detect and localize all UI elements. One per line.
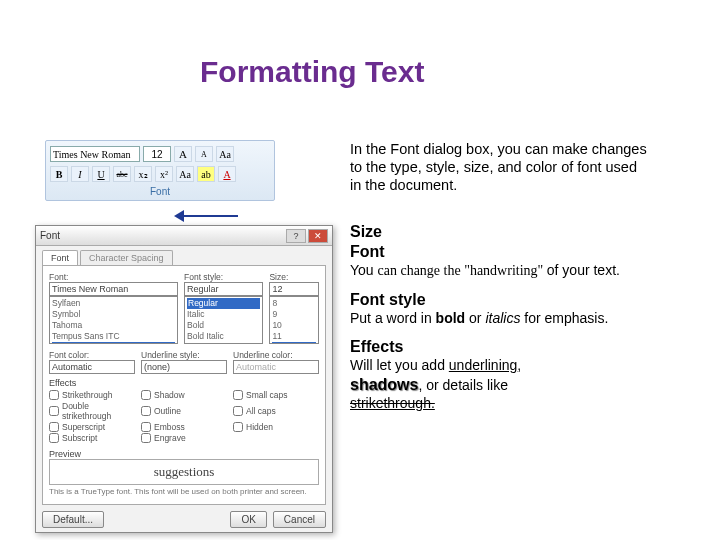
ribbon-group-caption: Font <box>50 184 270 199</box>
font-size-list[interactable]: 8 9 10 11 12 <box>269 296 319 344</box>
label-font: Font: <box>49 272 178 282</box>
font-style-list[interactable]: Regular Italic Bold Bold Italic <box>184 296 263 344</box>
tab-font[interactable]: Font <box>42 250 78 265</box>
dialog-title: Font <box>40 230 60 241</box>
truetype-note: This is a TrueType font. This font will … <box>49 487 319 496</box>
font-color-combo[interactable]: Automatic <box>49 360 135 374</box>
bold-button[interactable]: B <box>50 166 68 182</box>
tab-character-spacing[interactable]: Character Spacing <box>80 250 173 265</box>
font-ribbon-group: Times New Roman 12 A A Aa B I U abc x₂ x… <box>45 140 275 201</box>
cb-shadow[interactable]: Shadow <box>141 390 227 400</box>
label-underline-style: Underline style: <box>141 350 227 360</box>
font-name-list[interactable]: Sylfaen Symbol Tahoma Tempus Sans ITC Ti… <box>49 296 178 344</box>
cb-emboss[interactable]: Emboss <box>141 422 227 432</box>
shrink-font-button[interactable]: A <box>195 146 213 162</box>
label-font-color: Font color: <box>49 350 135 360</box>
font-style-field[interactable]: Regular <box>184 282 263 296</box>
help-icon[interactable]: ? <box>286 229 306 243</box>
page-title: Formatting Text <box>200 55 424 89</box>
label-font-style: Font style: <box>184 272 263 282</box>
font-style-heading: Font style <box>350 290 700 310</box>
size-heading: Size <box>350 222 700 242</box>
strikethrough-button[interactable]: abc <box>113 166 131 182</box>
underline-button[interactable]: U <box>92 166 110 182</box>
cb-subscript[interactable]: Subscript <box>49 433 135 443</box>
cb-double-strikethrough[interactable]: Double strikethrough <box>49 401 135 421</box>
cb-strikethrough[interactable]: Strikethrough <box>49 390 135 400</box>
cancel-button[interactable]: Cancel <box>273 511 326 528</box>
grow-font-button[interactable]: A <box>174 146 192 162</box>
cb-superscript[interactable]: Superscript <box>49 422 135 432</box>
label-size: Size: <box>269 272 319 282</box>
cb-outline[interactable]: Outline <box>141 401 227 421</box>
explanation-column: In the Font dialog box, you can make cha… <box>350 140 700 416</box>
cb-all-caps[interactable]: All caps <box>233 401 319 421</box>
underline-color-combo[interactable]: Automatic <box>233 360 319 374</box>
font-description: You can change the "handwriting" of your… <box>350 262 700 280</box>
cb-hidden[interactable]: Hidden <box>233 422 319 432</box>
superscript-button[interactable]: x² <box>155 166 173 182</box>
change-case-button[interactable]: Aa <box>176 166 194 182</box>
font-name-combo[interactable]: Times New Roman <box>50 146 140 162</box>
effects-description: Will let you add underlining, shadows, o… <box>350 357 700 412</box>
effects-section-title: Effects <box>49 378 319 388</box>
highlight-button[interactable]: ab <box>197 166 215 182</box>
effects-group: Strikethrough Shadow Small caps Double s… <box>49 390 319 443</box>
font-heading: Font <box>350 242 700 262</box>
effects-heading: Effects <box>350 337 700 357</box>
label-underline-color: Underline color: <box>233 350 319 360</box>
default-button[interactable]: Default... <box>42 511 104 528</box>
font-style-description: Put a word in bold or italics for emphas… <box>350 310 700 328</box>
underline-style-combo[interactable]: (none) <box>141 360 227 374</box>
intro-text: In the Font dialog box, you can make cha… <box>350 140 650 194</box>
cb-small-caps[interactable]: Small caps <box>233 390 319 400</box>
preview-box: suggestions <box>49 459 319 485</box>
preview-section-title: Preview <box>49 449 319 459</box>
ok-button[interactable]: OK <box>230 511 266 528</box>
font-dialog: Font ? ✕ Font Character Spacing Font: Ti… <box>35 225 333 533</box>
callout-arrow <box>178 210 238 222</box>
subscript-button[interactable]: x₂ <box>134 166 152 182</box>
font-color-button[interactable]: A <box>218 166 236 182</box>
font-name-field[interactable]: Times New Roman <box>49 282 178 296</box>
font-size-field[interactable]: 12 <box>269 282 319 296</box>
font-size-combo[interactable]: 12 <box>143 146 171 162</box>
italic-button[interactable]: I <box>71 166 89 182</box>
cb-engrave[interactable]: Engrave <box>141 433 227 443</box>
dialog-titlebar: Font ? ✕ <box>36 226 332 246</box>
clear-formatting-button[interactable]: Aa <box>216 146 234 162</box>
close-icon[interactable]: ✕ <box>308 229 328 243</box>
